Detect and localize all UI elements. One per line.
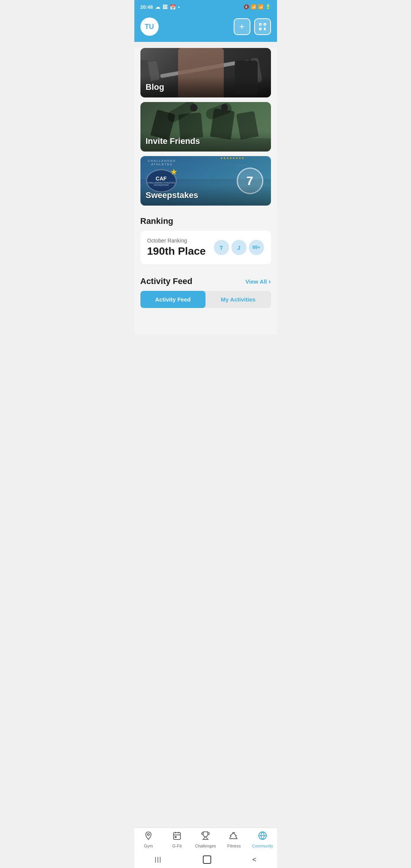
- activity-feed-title: Activity Feed: [140, 276, 193, 286]
- calendar-status-icon: 📅: [170, 4, 176, 10]
- ranking-info: October Ranking 190th Place: [147, 238, 206, 257]
- activity-tabs: Activity Feed My Activities: [140, 291, 271, 308]
- view-all-link[interactable]: View All ›: [245, 278, 271, 286]
- svg-rect-1: [264, 24, 266, 26]
- sweepstakes-banner-label: Sweepstakes: [146, 190, 198, 200]
- sweepstakes-banner-overlay: Sweepstakes: [140, 185, 271, 206]
- blog-banner-label: Blog: [146, 82, 164, 92]
- ranking-title: Ranking: [140, 216, 271, 226]
- ranking-place: 190th Place: [147, 245, 206, 257]
- svg-rect-2: [259, 28, 261, 30]
- activity-feed-section: Activity Feed View All › Activity Feed M…: [134, 270, 277, 311]
- invite-banner[interactable]: Invite Friends: [140, 102, 271, 152]
- tab-activity-feed[interactable]: Activity Feed: [140, 291, 206, 308]
- user-avatar[interactable]: TU: [140, 18, 159, 36]
- status-right: 🔇 📶 📶 🔋: [244, 4, 271, 10]
- add-button[interactable]: +: [234, 18, 250, 35]
- caf-star-icon: ★: [170, 167, 178, 177]
- header-actions: +: [234, 18, 271, 35]
- rank-avatar-j: J: [231, 240, 247, 255]
- app-header: TU +: [134, 14, 277, 42]
- chevron-right-icon: ›: [269, 278, 271, 286]
- blog-banner-overlay: Blog: [140, 77, 271, 97]
- rank-avatar-t: T: [214, 240, 229, 255]
- status-left: 20:48 ☁ 🖼 📅 •: [140, 4, 180, 10]
- wifi-icon: 📶: [251, 4, 256, 10]
- sweepstakes-banner[interactable]: ★ CAF CHALLENGED ATHLETESFOUNDATION CHAL…: [140, 156, 271, 206]
- rank-avatar-more: 99+: [249, 240, 264, 255]
- image-icon: 🖼: [162, 4, 167, 10]
- ranking-avatars: T J 99+: [214, 240, 264, 255]
- blog-banner[interactable]: Blog: [140, 48, 271, 97]
- signal-icon: 📶: [258, 4, 264, 10]
- dot-icon: •: [178, 4, 180, 10]
- time-display: 20:48: [140, 4, 153, 10]
- ranking-period: October Ranking: [147, 238, 206, 244]
- invite-banner-overlay: Invite Friends: [140, 131, 271, 152]
- scan-button[interactable]: [254, 18, 271, 35]
- main-content: Blog Invite Friends: [134, 48, 277, 334]
- cloud-icon: ☁: [155, 4, 160, 10]
- ranking-card[interactable]: October Ranking 190th Place T J 99+: [140, 231, 271, 264]
- ranking-section: Ranking October Ranking 190th Place T J …: [134, 210, 277, 270]
- battery-icon: 🔋: [265, 4, 271, 10]
- svg-rect-0: [259, 24, 261, 26]
- activity-feed-header: Activity Feed View All ›: [140, 276, 271, 286]
- status-bar: 20:48 ☁ 🖼 📅 • 🔇 📶 📶 🔋: [134, 0, 277, 14]
- tab-my-activities[interactable]: My Activities: [206, 291, 271, 308]
- invite-banner-label: Invite Friends: [146, 136, 200, 146]
- mute-icon: 🔇: [244, 4, 249, 10]
